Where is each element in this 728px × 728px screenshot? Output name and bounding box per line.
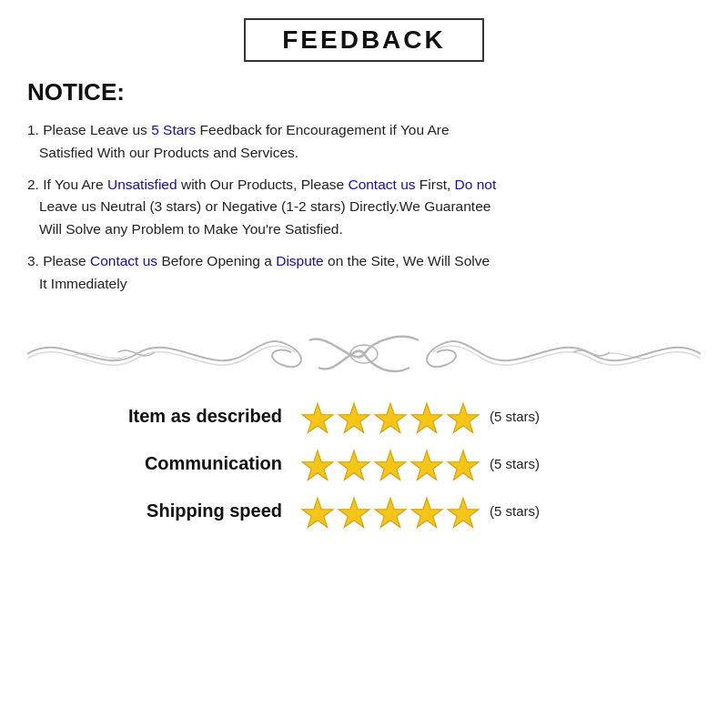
notice-3-highlight2: Dispute xyxy=(276,253,324,268)
star-s4 xyxy=(410,494,444,529)
stars-label-shipping: (5 stars) xyxy=(490,503,540,519)
star-c2 xyxy=(337,447,371,481)
rating-row-shipping: Shipping speed (5 stars) xyxy=(46,494,701,529)
stars-communication: (5 stars) xyxy=(300,447,540,481)
stars-shipping: (5 stars) xyxy=(300,494,540,529)
notice-2-highlight2: Contact us xyxy=(348,177,415,192)
notice-3-text-middle: Before Opening a xyxy=(161,253,276,268)
star-s3 xyxy=(373,494,408,529)
stars-label-communication: (5 stars) xyxy=(490,456,540,471)
star-4 xyxy=(410,399,444,434)
star-3 xyxy=(373,399,408,434)
star-2 xyxy=(337,399,371,434)
rating-label-shipping: Shipping speed xyxy=(46,500,300,521)
notice-3-highlight1: Contact us xyxy=(90,253,157,268)
rating-label-item: Item as described xyxy=(46,406,300,427)
feedback-title: FEEDBACK xyxy=(244,18,484,62)
feedback-header: FEEDBACK xyxy=(27,18,701,62)
star-c1 xyxy=(300,447,335,481)
star-1 xyxy=(300,399,335,434)
decorative-divider xyxy=(27,327,701,381)
notice-item-2: 2. If You Are Unsatisfied with Our Produ… xyxy=(27,174,701,241)
star-c5 xyxy=(446,447,480,481)
stars-label-item: (5 stars) xyxy=(490,409,540,424)
notice-2-text-end: Leave us Neutral (3 stars) or Negative (… xyxy=(27,198,490,237)
notice-list: 1. Please Leave us 5 Stars Feedback for … xyxy=(27,119,701,305)
notice-title: NOTICE: xyxy=(27,78,125,106)
notice-3-number: 3. xyxy=(27,253,39,268)
star-c3 xyxy=(373,447,408,481)
star-s5 xyxy=(446,494,480,529)
star-s1 xyxy=(300,494,335,529)
star-c4 xyxy=(410,447,444,481)
rating-label-communication: Communication xyxy=(46,453,300,474)
notice-1-highlight1: 5 Stars xyxy=(151,122,196,137)
notice-2-text-middle: with Our Products, Please xyxy=(181,177,349,192)
notice-1-text-before: Please Leave us xyxy=(43,122,151,137)
rating-row-communication: Communication (5 stars) xyxy=(46,447,701,481)
rating-row-item: Item as described (5 stars) xyxy=(46,399,701,434)
page-wrapper: FEEDBACK NOTICE: 1. Please Leave us 5 St… xyxy=(0,0,728,728)
star-s2 xyxy=(337,494,371,529)
ratings-section: Item as described (5 stars) Communicatio… xyxy=(27,399,701,529)
notice-2-number: 2. xyxy=(27,177,39,192)
star-5 xyxy=(446,399,480,434)
notice-item-3: 3. Please Contact us Before Opening a Di… xyxy=(27,250,701,296)
notice-3-text-before: Please xyxy=(43,253,90,268)
notice-2-text-middle2: First, xyxy=(420,177,455,192)
stars-item: (5 stars) xyxy=(300,399,540,434)
notice-item-1: 1. Please Leave us 5 Stars Feedback for … xyxy=(27,119,701,165)
notice-2-highlight3: Do not xyxy=(455,177,497,192)
notice-1-number: 1. xyxy=(27,122,39,137)
notice-2-text-before: If You Are xyxy=(43,177,107,192)
notice-2-highlight1: Unsatisfied xyxy=(107,177,177,192)
